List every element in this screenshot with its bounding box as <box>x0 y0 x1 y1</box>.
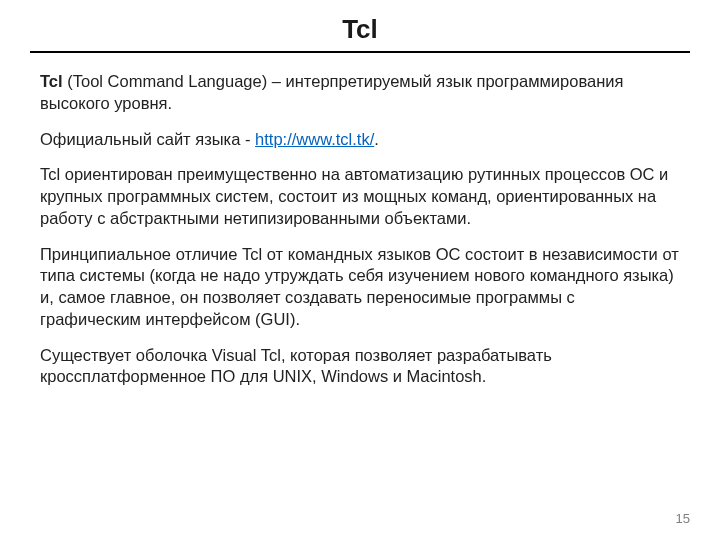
p2-after: . <box>374 130 379 148</box>
tcl-bold: Tcl <box>40 72 63 90</box>
p2-before: Официальный сайт языка - <box>40 130 255 148</box>
tcl-link[interactable]: http://www.tcl.tk/ <box>255 130 374 148</box>
p1-rest: (Tool Command Language) – интерпретируем… <box>40 72 623 112</box>
paragraph-5: Существует оболочка Visual Tcl, которая … <box>40 345 680 389</box>
page-title: Tcl <box>0 0 720 51</box>
paragraph-1: Tcl (Tool Command Language) – интерпрети… <box>40 71 680 115</box>
paragraph-4: Принципиальное отличие Tcl от командных … <box>40 244 680 331</box>
content-area: Tcl (Tool Command Language) – интерпрети… <box>0 53 720 388</box>
paragraph-3: Tcl ориентирован преимущественно на авто… <box>40 164 680 229</box>
page-number: 15 <box>676 511 690 526</box>
paragraph-2: Официальный сайт языка - http://www.tcl.… <box>40 129 680 151</box>
